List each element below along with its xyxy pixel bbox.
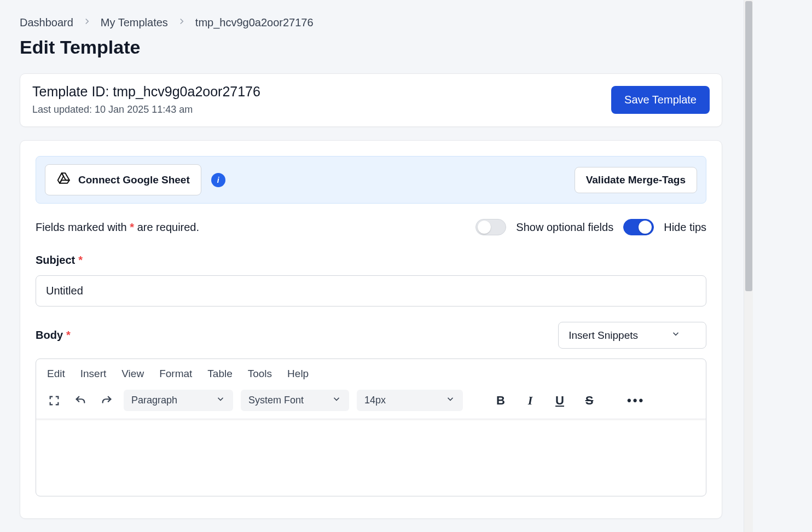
body-label: Body *: [36, 329, 71, 342]
chevron-down-icon: [332, 394, 341, 407]
required-fields-note: Fields marked with * are required.: [36, 221, 199, 234]
editor-menu-tools[interactable]: Tools: [248, 368, 272, 380]
hide-tips-toggle[interactable]: [623, 219, 654, 235]
undo-icon[interactable]: [71, 391, 90, 410]
italic-button[interactable]: I: [522, 394, 538, 408]
block-format-select[interactable]: Paragraph: [124, 390, 233, 411]
page-scrollbar[interactable]: [744, 0, 753, 532]
last-updated-label: Last updated: 10 Jan 2025 11:43 am: [32, 104, 260, 115]
show-optional-fields-label: Show optional fields: [516, 221, 613, 234]
subject-label: Subject *: [36, 254, 706, 267]
rich-text-editor: Edit Insert View Format Table Tools Help…: [36, 358, 706, 496]
bold-button[interactable]: B: [492, 394, 509, 408]
connect-google-sheet-label: Connect Google Sheet: [78, 174, 190, 186]
editor-menu-insert[interactable]: Insert: [80, 368, 107, 380]
breadcrumb-dashboard[interactable]: Dashboard: [20, 16, 73, 29]
strikethrough-button[interactable]: S: [581, 394, 598, 408]
editor-toolbar: Paragraph System Font 14px B I U S: [36, 385, 706, 419]
editor-menu-format[interactable]: Format: [159, 368, 192, 380]
editor-menu-edit[interactable]: Edit: [47, 368, 65, 380]
insert-snippets-select[interactable]: Insert Snippets: [558, 322, 706, 349]
font-family-select[interactable]: System Font: [241, 390, 349, 411]
show-optional-fields-toggle[interactable]: [475, 219, 506, 235]
chevron-down-icon: [216, 394, 225, 407]
editor-menu-view[interactable]: View: [121, 368, 144, 380]
more-options-icon[interactable]: •••: [627, 394, 645, 408]
template-form-card: Connect Google Sheet i Validate Merge-Ta…: [20, 140, 722, 519]
editor-content-area[interactable]: [36, 419, 706, 496]
fullscreen-icon[interactable]: [45, 391, 63, 410]
connect-google-sheet-button[interactable]: Connect Google Sheet: [45, 164, 201, 195]
template-id-label: Template ID: tmp_hcv9g0a2oor27176: [32, 84, 260, 100]
template-header-card: Template ID: tmp_hcv9g0a2oor27176 Last u…: [20, 73, 722, 127]
save-template-button[interactable]: Save Template: [611, 86, 710, 114]
hide-tips-label: Hide tips: [664, 221, 706, 234]
editor-menu-table[interactable]: Table: [207, 368, 232, 380]
info-icon[interactable]: i: [211, 173, 225, 187]
font-size-select[interactable]: 14px: [357, 390, 463, 411]
google-drive-icon: [56, 171, 71, 188]
required-star-icon: *: [66, 329, 71, 342]
editor-menu-help[interactable]: Help: [287, 368, 309, 380]
required-star-icon: *: [78, 254, 83, 267]
subject-input[interactable]: [36, 275, 706, 307]
chevron-right-icon: [82, 16, 92, 29]
page-title: Edit Template: [20, 37, 722, 58]
required-star-icon: *: [130, 221, 134, 233]
chevron-down-icon: [445, 394, 455, 407]
editor-menubar: Edit Insert View Format Table Tools Help: [36, 359, 706, 385]
scrollbar-thumb[interactable]: [745, 1, 752, 291]
breadcrumb-template-id[interactable]: tmp_hcv9g0a2oor27176: [195, 16, 314, 29]
google-sheet-banner: Connect Google Sheet i Validate Merge-Ta…: [36, 156, 706, 204]
validate-merge-tags-button[interactable]: Validate Merge-Tags: [575, 167, 697, 193]
redo-icon[interactable]: [97, 391, 116, 410]
breadcrumb: Dashboard My Templates tmp_hcv9g0a2oor27…: [20, 16, 722, 29]
breadcrumb-my-templates[interactable]: My Templates: [101, 16, 168, 29]
chevron-right-icon: [177, 16, 187, 29]
insert-snippets-label: Insert Snippets: [569, 329, 638, 342]
underline-button[interactable]: U: [552, 394, 568, 408]
chevron-down-icon: [671, 329, 681, 342]
